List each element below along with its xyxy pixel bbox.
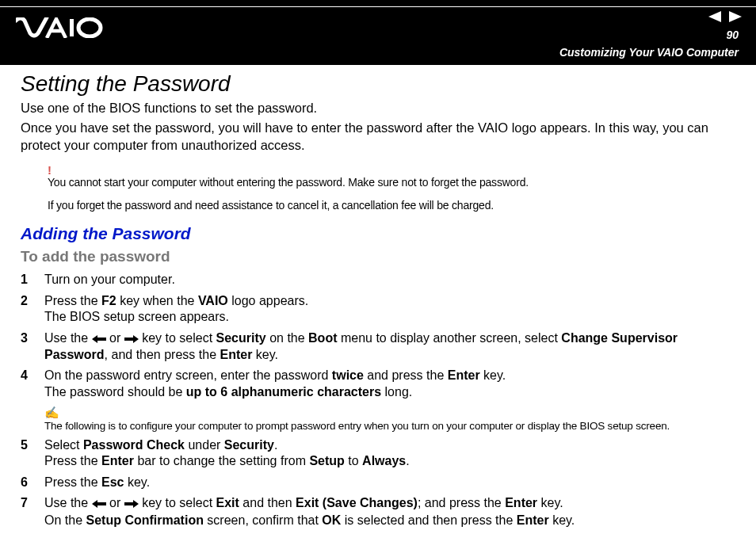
setup-conf-word: Setup Confirmation bbox=[86, 513, 203, 527]
steps-list: Turn on your computer. Press the F2 key … bbox=[21, 272, 735, 528]
t: and then bbox=[239, 496, 296, 509]
section-subheading: To add the password bbox=[21, 248, 735, 265]
t: key to select bbox=[139, 496, 216, 509]
t: key. bbox=[537, 496, 563, 509]
step-1: Turn on your computer. bbox=[21, 272, 735, 288]
boot-word: Boot bbox=[308, 331, 337, 345]
step-text: Turn on your computer. bbox=[44, 273, 175, 286]
t: . bbox=[406, 454, 409, 467]
chars-word: up to 6 alphanumeric characters bbox=[186, 385, 381, 399]
step-4: On the password entry screen, enter the … bbox=[21, 368, 735, 432]
t: key. bbox=[124, 475, 151, 489]
right-arrow-icon bbox=[124, 331, 139, 347]
warning-block: ! You cannot start your computer without… bbox=[48, 163, 735, 213]
left-arrow-icon bbox=[92, 496, 106, 512]
exit-word: Exit bbox=[216, 496, 239, 509]
content: Setting the Password Use one of the BIOS… bbox=[0, 65, 756, 528]
page-title: Setting the Password bbox=[21, 71, 735, 97]
t: , and then press the bbox=[105, 348, 220, 361]
t: or bbox=[106, 496, 124, 509]
t: Press the bbox=[44, 294, 101, 307]
t: bar to change the setting from bbox=[134, 454, 309, 467]
note-block: ✍ The following is to configure your com… bbox=[44, 405, 735, 432]
intro-para-1: Use one of the BIOS functions to set the… bbox=[21, 100, 735, 116]
always-word: Always bbox=[362, 454, 406, 467]
svg-point-1 bbox=[78, 19, 101, 36]
svg-marker-2 bbox=[708, 11, 721, 22]
step-3: Use the or key to select Security on the… bbox=[21, 330, 735, 364]
t: key to select bbox=[139, 331, 216, 345]
next-page-icon[interactable] bbox=[729, 11, 742, 25]
header: 90 Customizing Your VAIO Computer bbox=[0, 0, 756, 65]
t: menu to display another screen, select bbox=[338, 331, 562, 345]
setup-word: Setup bbox=[309, 454, 344, 467]
enter-word: Enter bbox=[448, 368, 480, 382]
nav-arrows bbox=[708, 11, 742, 25]
t: screen, confirm that bbox=[204, 513, 322, 527]
breadcrumb: Customizing Your VAIO Computer bbox=[559, 46, 739, 59]
enter-word: Enter bbox=[517, 513, 549, 527]
prev-page-icon[interactable] bbox=[708, 11, 721, 25]
intro-para-2: Once you have set the password, you will… bbox=[21, 120, 735, 154]
t: under bbox=[185, 438, 224, 452]
svg-marker-3 bbox=[729, 11, 742, 22]
t: long. bbox=[381, 385, 412, 399]
t: Use the bbox=[44, 331, 92, 345]
t: key when the bbox=[116, 294, 198, 307]
t: is selected and then press the bbox=[341, 513, 516, 527]
step-6: Press the Esc key. bbox=[21, 475, 735, 490]
header-divider bbox=[0, 6, 756, 7]
t: Select bbox=[44, 438, 83, 452]
key-f2: F2 bbox=[101, 294, 116, 307]
t: key. bbox=[549, 513, 575, 527]
vaio-logo bbox=[16, 17, 103, 41]
note-text: The following is to configure your compu… bbox=[44, 419, 735, 433]
svg-marker-5 bbox=[124, 335, 139, 343]
security-word: Security bbox=[224, 438, 274, 452]
svg-marker-7 bbox=[124, 500, 139, 508]
step-2: Press the F2 key when the VAIO logo appe… bbox=[21, 293, 735, 326]
t: logo appears. bbox=[228, 294, 308, 307]
step-5: Select Password Check under Security. Pr… bbox=[21, 437, 735, 470]
vaio-word: VAIO bbox=[198, 294, 228, 307]
t: ; and press the bbox=[418, 496, 505, 509]
left-arrow-icon bbox=[92, 331, 106, 347]
t: The password should be bbox=[44, 385, 186, 399]
page-number: 90 bbox=[726, 29, 739, 41]
t: or bbox=[106, 331, 124, 345]
t: Press the bbox=[44, 454, 101, 467]
svg-rect-0 bbox=[70, 19, 74, 36]
t: and press the bbox=[364, 368, 448, 382]
t: key. bbox=[252, 348, 278, 361]
t: Use the bbox=[44, 496, 92, 509]
t: The BIOS setup screen appears. bbox=[44, 310, 229, 323]
t: . bbox=[274, 438, 277, 452]
security-word: Security bbox=[216, 331, 266, 345]
enter-word: Enter bbox=[101, 454, 134, 467]
svg-marker-4 bbox=[92, 335, 106, 343]
t: On the password entry screen, enter the … bbox=[44, 368, 332, 382]
t: On the bbox=[44, 513, 86, 527]
right-arrow-icon bbox=[124, 496, 139, 512]
esc-word: Esc bbox=[101, 475, 124, 489]
warning-text-1: You cannot start your computer without e… bbox=[48, 175, 735, 190]
step-7: Use the or key to select Exit and then E… bbox=[21, 495, 735, 528]
warning-text-2: If you forget the password and need assi… bbox=[48, 198, 735, 213]
twice-word: twice bbox=[332, 368, 364, 382]
t: on the bbox=[266, 331, 308, 345]
enter-word: Enter bbox=[505, 496, 537, 509]
svg-marker-6 bbox=[92, 500, 106, 508]
section-subtitle: Adding the Password bbox=[21, 224, 735, 243]
enter-word: Enter bbox=[220, 348, 252, 361]
t: to bbox=[345, 454, 362, 467]
exit-save-word: Exit (Save Changes) bbox=[296, 496, 418, 509]
ok-word: OK bbox=[322, 513, 341, 527]
pwcheck-word: Password Check bbox=[83, 438, 185, 452]
t: Press the bbox=[44, 475, 101, 489]
t: key. bbox=[480, 368, 506, 382]
